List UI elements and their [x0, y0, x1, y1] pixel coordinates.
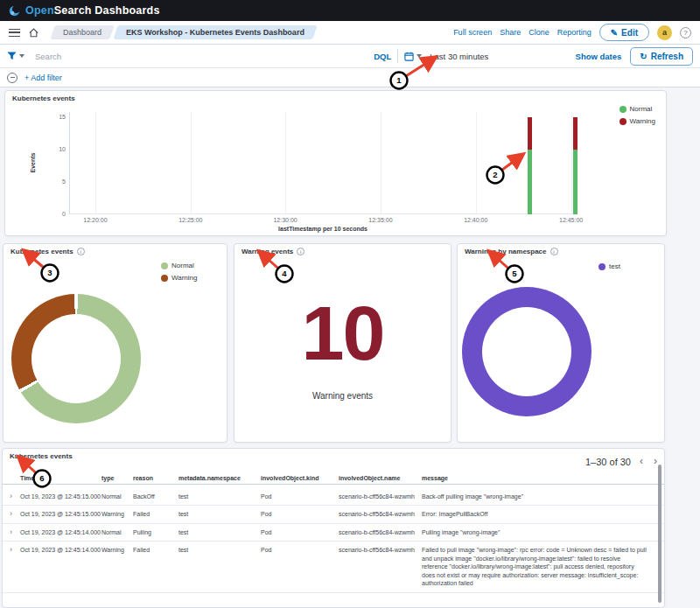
table-body: ›Oct 19, 2023 @ 12:45:15.000NormalBackOf…: [3, 488, 664, 593]
panel-warnings-by-namespace: Warnings by namespacei test: [457, 243, 665, 443]
app-header: OpenSearch Dashboards: [0, 0, 700, 21]
full-screen-link[interactable]: Full screen: [453, 28, 492, 37]
home-icon[interactable]: [28, 27, 39, 38]
navbar: Dashboard EKS Workshop - Kubernetes Even…: [0, 21, 700, 45]
bar-normal[interactable]: [528, 150, 532, 214]
cell-name: scenario-b-cff56c84-wzwmh: [339, 493, 422, 500]
x-axis-label: lastTimestamp per 10 seconds: [70, 226, 576, 232]
app-logo-title: OpenSearch Dashboards: [25, 4, 160, 17]
events-donut-chart[interactable]: [11, 294, 141, 423]
previous-page-icon[interactable]: ‹: [640, 455, 643, 467]
pencil-icon: ✎: [611, 28, 618, 38]
metric-label: Warning events: [234, 391, 451, 401]
cell-name: scenario-b-cff56c84-wzwmh: [339, 546, 422, 587]
saved-query-menu-button[interactable]: [7, 52, 24, 60]
cell-namespace: test: [178, 510, 261, 518]
share-link[interactable]: Share: [500, 28, 521, 37]
legend-item[interactable]: Normal: [620, 105, 656, 113]
table-scrollbar[interactable]: [658, 465, 662, 603]
cell-kind: Pod: [261, 510, 339, 518]
expand-row-icon[interactable]: ›: [10, 510, 20, 518]
legend-item[interactable]: Warning: [161, 274, 198, 282]
bar-warning[interactable]: [528, 117, 532, 150]
query-bar: Search DQL Last 30 minutes Show dates ↻R…: [0, 45, 700, 68]
cell-reason: Failed: [133, 546, 178, 587]
y-tick-label: 5: [46, 178, 66, 185]
column-header-time[interactable]: Time▼: [20, 475, 102, 481]
y-tick-label: 0: [46, 211, 66, 217]
donut-hole: [482, 307, 571, 396]
panel-title: Warnings by namespacei: [465, 248, 558, 255]
column-header-namespace[interactable]: metadata.namespace: [178, 475, 261, 481]
info-icon[interactable]: i: [550, 248, 558, 255]
y-axis-label: Events: [30, 153, 36, 173]
y-tick-label: 10: [46, 146, 66, 152]
gridline: [95, 112, 96, 213]
panel-title: Kubernetes events: [12, 94, 75, 102]
help-icon[interactable]: ?: [680, 27, 691, 38]
reporting-link[interactable]: Reporting: [557, 28, 592, 37]
cell-namespace: test: [178, 546, 261, 587]
filter-options-icon[interactable]: [7, 73, 18, 83]
legend-item[interactable]: Warning: [620, 117, 656, 125]
chart-legend: NormalWarning: [620, 105, 656, 125]
legend-dot-icon: [620, 118, 626, 125]
legend-label: Normal: [630, 105, 653, 113]
namespace-donut-chart[interactable]: [462, 287, 592, 416]
opensearch-logo-icon: [9, 5, 20, 17]
y-tick-label: 15: [46, 114, 66, 120]
gridline: [191, 112, 192, 213]
table-row: ›Oct 19, 2023 @ 12:45:14.000WarningFaile…: [3, 542, 664, 592]
chevron-down-icon: [19, 54, 24, 58]
cell-namespace: test: [178, 528, 261, 536]
column-header-message[interactable]: message: [422, 475, 652, 481]
column-header-reason[interactable]: reason: [133, 475, 178, 481]
legend-item[interactable]: test: [598, 262, 620, 270]
divider: [397, 49, 398, 63]
donut-legend: NormalWarning: [161, 262, 198, 282]
query-language-button[interactable]: DQL: [374, 52, 391, 61]
opensearch-dashboards-page: OpenSearch Dashboards Dashboard EKS Work…: [0, 0, 700, 608]
search-input[interactable]: Search: [35, 52, 61, 61]
menu-icon[interactable]: [9, 29, 20, 37]
clone-link[interactable]: Clone: [528, 28, 550, 37]
cell-time: Oct 19, 2023 @ 12:45:15.000: [20, 510, 102, 518]
panel-title: Kubernetes eventsi: [10, 248, 85, 255]
info-icon[interactable]: i: [77, 248, 85, 255]
breadcrumb-dashboard[interactable]: Dashboard: [50, 25, 114, 39]
bar-normal[interactable]: [573, 150, 578, 214]
column-header-name[interactable]: involvedObject.name: [339, 475, 422, 481]
cell-kind: Pod: [261, 493, 339, 500]
x-tick-label: 12:25:00: [164, 217, 217, 223]
edit-button[interactable]: ✎Edit: [599, 24, 649, 41]
legend-label: Warning: [172, 274, 198, 282]
time-range-value[interactable]: Last 30 minutes: [430, 52, 488, 61]
column-header-kind[interactable]: involvedObject.kind: [261, 475, 339, 481]
avatar[interactable]: a: [657, 25, 672, 40]
show-dates-link[interactable]: Show dates: [576, 52, 622, 61]
cell-reason: BackOff: [133, 493, 178, 500]
legend-item[interactable]: Normal: [161, 262, 198, 269]
info-icon[interactable]: i: [297, 248, 304, 255]
bar-warning[interactable]: [573, 117, 578, 150]
cell-type: Normal: [102, 493, 133, 500]
expand-row-icon[interactable]: ›: [10, 493, 20, 500]
column-header-type[interactable]: type: [102, 475, 133, 481]
table-header: Time▼ type reason metadata.namespace inv…: [3, 475, 664, 485]
cell-name: scenario-b-cff56c84-wzwmh: [339, 528, 422, 536]
next-page-icon[interactable]: ›: [654, 455, 657, 467]
breadcrumb-current-dashboard[interactable]: EKS Workshop - Kubernetes Events Dashboa…: [113, 25, 317, 39]
expand-row-icon[interactable]: ›: [10, 546, 20, 587]
table-row: ›Oct 19, 2023 @ 12:45:15.000WarningFaile…: [3, 506, 664, 523]
chevron-down-icon: [416, 54, 422, 58]
expand-row-icon[interactable]: ›: [10, 528, 20, 536]
legend-dot-icon: [161, 262, 168, 269]
legend-label: Normal: [172, 262, 194, 269]
date-picker-button[interactable]: [404, 52, 422, 61]
refresh-button[interactable]: ↻Refresh: [630, 47, 693, 66]
x-tick-label: 12:40:00: [450, 217, 502, 223]
cell-namespace: test: [178, 493, 261, 500]
add-filter-button[interactable]: + Add filter: [24, 73, 62, 82]
events-histogram-plot: Events lastTimestamp per 10 seconds 12:2…: [69, 112, 576, 214]
x-tick-label: 12:35:00: [354, 217, 407, 223]
